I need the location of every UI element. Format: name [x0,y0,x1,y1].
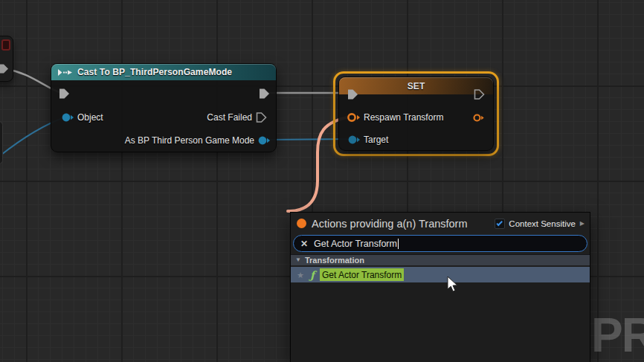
respawn-transform-pin[interactable] [347,112,361,123]
as-gamemode-pin[interactable] [257,135,271,146]
set-node-title: SET [408,81,425,91]
action-menu-title: Actions providing a(n) Transform [312,218,468,230]
transform-type-dot-icon [297,219,306,228]
context-sensitive-checkbox[interactable] [495,219,505,229]
object-pin[interactable] [61,112,74,123]
results-empty-area [291,282,590,362]
object-pin-label: Object [77,112,103,123]
watermark-text: PR [591,311,644,359]
respawn-transform-label: Respawn Transform [364,112,443,123]
category-transformation[interactable]: ▼ Transformation [291,254,590,265]
clear-search-icon[interactable]: ✕ [300,239,308,248]
exec-out-pin[interactable] [0,64,9,74]
action-menu: Actions providing a(n) Transform Context… [290,212,590,362]
cast-node[interactable]: Cast To BP_ThirdPersonGameMode Object Ca… [51,63,277,152]
favorite-star-icon[interactable]: ★ [297,271,304,279]
exec-in-pin[interactable] [59,88,70,99]
set-node[interactable]: SET Respawn Transform Target [338,77,494,151]
as-gamemode-label: As BP Third Person Game Mode [81,135,254,146]
cast-node-title: Cast To BP_ThirdPersonGameMode [77,67,232,77]
category-label: Transformation [305,256,364,265]
mouse-cursor [447,276,462,294]
context-sensitive-label[interactable]: Context Sensitive [509,219,576,228]
target-pin[interactable] [347,135,361,145]
respawn-transform-out-pin[interactable] [472,113,485,123]
result-label: Get Actor Transform [320,268,404,281]
cast-failed-pin[interactable] [256,112,267,123]
collapse-arrow-icon: ▼ [295,257,301,263]
exec-out-pin[interactable] [474,89,485,100]
set-node-header[interactable]: SET [339,77,493,94]
search-input-value: Get Actor Transform [314,239,397,249]
cast-failed-label: Cast Failed [178,112,252,123]
cast-node-header[interactable]: Cast To BP_ThirdPersonGameMode [51,64,276,80]
blueprint-editor: Cast To BP_ThirdPersonGameMode Object Ca… [0,0,644,362]
checkmark-icon [497,219,503,225]
result-get-actor-transform[interactable]: ★ ƒ Get Actor Transform [291,267,590,282]
partial-event-node[interactable] [0,36,13,82]
menu-expand-icon[interactable]: ▶ [580,220,585,227]
text-caret [398,239,399,249]
search-input[interactable]: ✕ Get Actor Transform [293,235,587,252]
exec-out-pin[interactable] [259,88,270,99]
delegate-icon [1,39,10,51]
target-pin-label: Target [364,135,388,145]
action-menu-header: Actions providing a(n) Transform Context… [291,213,590,234]
exec-in-pin[interactable] [347,89,358,100]
partial-node-sliver[interactable] [0,121,3,164]
function-icon: ƒ [310,270,315,280]
cast-icon [57,68,73,77]
